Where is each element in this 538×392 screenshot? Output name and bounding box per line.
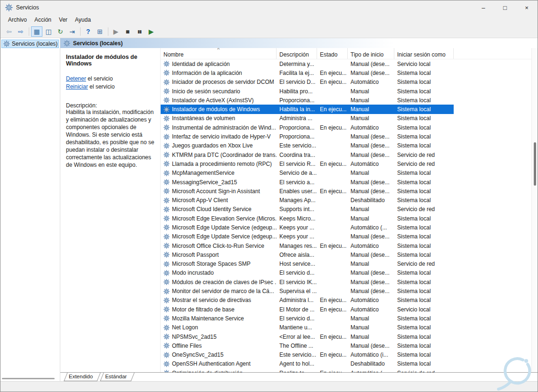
show-console-tree-icon[interactable]: ▦ <box>31 26 42 37</box>
detener-service-link[interactable]: Detener <box>66 75 86 82</box>
service-name-cell: Iniciador de procesos de servidor DCOM <box>161 78 277 87</box>
standard-view-icon[interactable]: ⊞ <box>94 26 106 37</box>
service-name-text: McpManagementService <box>172 170 235 176</box>
restart-service-icon[interactable]: ▶ <box>146 26 157 37</box>
tree-horizontal-scrollbar-thumb[interactable] <box>2 378 55 379</box>
service-name-text: Microsoft Cloud Identity Service <box>172 206 252 212</box>
service-row[interactable]: Net LogonMantiene u...ManualSistema loca… <box>161 323 454 332</box>
close-button[interactable]: × <box>516 0 538 15</box>
service-row[interactable]: NPSMSvc_2ad15<Error al lee...En ejecu...… <box>161 332 454 341</box>
service-name-cell: Instalador de ActiveX (AxInstSV) <box>161 96 277 105</box>
service-name-text: Microsoft Storage Spaces SMP <box>172 261 251 267</box>
status-cell <box>317 250 348 259</box>
menu-archivo[interactable]: Archivo <box>4 16 31 24</box>
service-name-cell: Instrumental de administración de Wind..… <box>161 123 277 132</box>
service-row[interactable]: Microsoft PassportOfrece aisla...Manual … <box>161 250 454 259</box>
service-row[interactable]: Microsoft Edge Elevation Service (Micros… <box>161 214 454 223</box>
service-row[interactable]: Microsoft Edge Update Service (edgeup...… <box>161 223 454 232</box>
service-row[interactable]: Microsoft Storage Spaces SMPHost service… <box>161 260 454 269</box>
logon-as-cell: Sistema local <box>394 214 454 223</box>
content-body: Instalador de módulos de Windows Detener… <box>60 48 538 372</box>
service-row[interactable]: Monitor del servidor de marco de la Cá..… <box>161 286 454 295</box>
tree-item-servicios-locales[interactable]: Servicios (locales) <box>1 40 59 48</box>
service-row[interactable]: Inicio de sesión secundarioHabilita pro.… <box>161 87 454 96</box>
status-cell: En ejecu... <box>317 368 348 372</box>
service-row[interactable]: Motor de filtrado de baseEl Motor de ...… <box>161 305 454 314</box>
logon-as-cell: Sistema local <box>394 132 454 141</box>
service-name-cell: Monitor del servidor de marco de la Cá..… <box>161 286 277 295</box>
service-row[interactable]: Iniciador de procesos de servidor DCOMEl… <box>161 78 454 87</box>
reiniciar-service-link[interactable]: Reiniciar <box>66 83 88 90</box>
service-row[interactable]: Llamada a procedimiento remoto (RPC)El s… <box>161 159 454 168</box>
table-header: Nombre^DescripciónEstadoTipo de inicioIn… <box>161 48 531 59</box>
service-row[interactable]: KTMRM para DTC (Coordinador de trans...C… <box>161 150 454 159</box>
refresh-icon[interactable]: ↻ <box>55 26 66 37</box>
pause-service-icon[interactable]: ▮▮ <box>134 26 145 37</box>
status-cell <box>317 341 348 350</box>
service-row[interactable]: OneSyncSvc_2ad15Este servicio...En ejecu… <box>161 351 454 359</box>
column-header-tipo-de-inicio[interactable]: Tipo de inicio <box>348 48 394 59</box>
service-row[interactable]: Microsoft Office Click-to-Run ServiceMan… <box>161 241 454 250</box>
service-row[interactable]: Mozilla Maintenance ServiceEl servicio d… <box>161 314 454 323</box>
startup-type-cell: Manual (dese... <box>348 59 394 68</box>
service-row[interactable]: Interfaz de servicio invitado de Hyper-V… <box>161 132 454 141</box>
service-row[interactable]: OpenSSH Authentication AgentAgent to hol… <box>161 359 454 368</box>
service-row[interactable]: Información de la aplicaciónFacilita la … <box>161 68 454 77</box>
export-list-icon[interactable]: ⇥ <box>66 26 78 37</box>
logon-as-cell: Servicio local <box>394 59 454 68</box>
service-row[interactable]: Mostrar el servicio de directivasAdminis… <box>161 296 454 305</box>
service-row[interactable]: Instalador de módulos de WindowsHabilita… <box>161 105 454 114</box>
minimize-button[interactable]: – <box>473 0 494 15</box>
service-row[interactable]: Microsoft Cloud Identity ServiceSupports… <box>161 205 454 214</box>
service-row[interactable]: Instrumental de administración de Wind..… <box>161 123 454 132</box>
service-row[interactable]: Instalador de ActiveX (AxInstSV)Proporci… <box>161 96 454 105</box>
description-cell: Facilita la ej... <box>277 68 317 77</box>
service-name-text: Interfaz de servicio invitado de Hyper-V <box>172 133 270 140</box>
forward-icon[interactable]: ⇨ <box>15 26 26 37</box>
service-row[interactable]: Microsoft Account Sign-in AssistantEnabl… <box>161 187 454 196</box>
maximize-button[interactable]: □ <box>494 0 516 15</box>
tab-extendido[interactable]: Extendido <box>64 373 100 381</box>
service-row[interactable]: Instantáneas de volumenAdministra ...Man… <box>161 114 454 123</box>
service-row[interactable]: Modo incrustadoEl servicio d...Manual (d… <box>161 269 454 278</box>
startup-type-cell: Manual <box>348 332 394 341</box>
stop-service-icon[interactable]: ■ <box>122 26 133 37</box>
column-header-descripci-n[interactable]: Descripción <box>277 48 317 59</box>
service-name-text: Mostrar el servicio de directivas <box>172 297 251 303</box>
service-gear-icon <box>163 106 170 113</box>
column-header-iniciar-sesi-n-como[interactable]: Iniciar sesión como <box>394 48 454 59</box>
menu-acci-n[interactable]: Acción <box>31 16 55 24</box>
service-row[interactable]: Microsoft App-V ClientManages Ap...Desha… <box>161 196 454 204</box>
vertical-scrollbar-thumb[interactable] <box>534 142 536 186</box>
menu-ver[interactable]: Ver <box>55 16 71 24</box>
start-service-icon[interactable]: ▶ <box>110 26 122 37</box>
service-name-text: Identidad de aplicación <box>172 61 230 67</box>
service-name-text: Monitor del servidor de marco de la Cá..… <box>172 288 274 294</box>
column-header-estado[interactable]: Estado <box>317 48 348 59</box>
service-row[interactable]: Módulos de creación de claves de IPsec .… <box>161 278 454 286</box>
service-row[interactable]: Identidad de aplicaciónDetermina y...Man… <box>161 59 454 68</box>
service-row[interactable]: Juegos guardados en Xbox LiveEste servic… <box>161 141 454 150</box>
column-header-nombre[interactable]: Nombre^ <box>161 48 277 59</box>
menu-ayuda[interactable]: Ayuda <box>71 16 95 24</box>
service-name-cell: Microsoft Office Click-to-Run Service <box>161 241 277 250</box>
status-cell: En ejecu... <box>317 305 348 314</box>
logon-as-cell: Sistema local <box>394 68 454 77</box>
service-name-text: KTMRM para DTC (Coordinador de trans... <box>172 152 277 158</box>
help-icon[interactable]: ? <box>82 26 94 37</box>
service-row[interactable]: Microsoft Edge Update Service (edgeup...… <box>161 232 454 241</box>
tab-est-ndar[interactable]: Estándar <box>100 373 134 381</box>
back-icon[interactable]: ⇦ <box>3 26 15 37</box>
service-gear-icon <box>163 288 170 294</box>
vertical-scrollbar[interactable] <box>531 48 538 372</box>
service-gear-icon <box>163 152 170 158</box>
service-row[interactable]: Offline FilesThe Offline ...Manual (dese… <box>161 341 454 350</box>
service-gear-icon <box>163 206 170 212</box>
startup-type-cell: Manual (dese... <box>348 232 394 241</box>
service-row[interactable]: McpManagementServiceServicio de a...Manu… <box>161 169 454 178</box>
service-row[interactable]: Optimización de distribuciónRealiza ta..… <box>161 368 454 372</box>
service-gear-icon <box>163 252 170 258</box>
service-name-cell: Net Logon <box>161 323 277 332</box>
service-row[interactable]: MessagingService_2ad15El servicio a...Ma… <box>161 178 454 187</box>
properties-window-icon[interactable]: ◫ <box>43 26 54 37</box>
